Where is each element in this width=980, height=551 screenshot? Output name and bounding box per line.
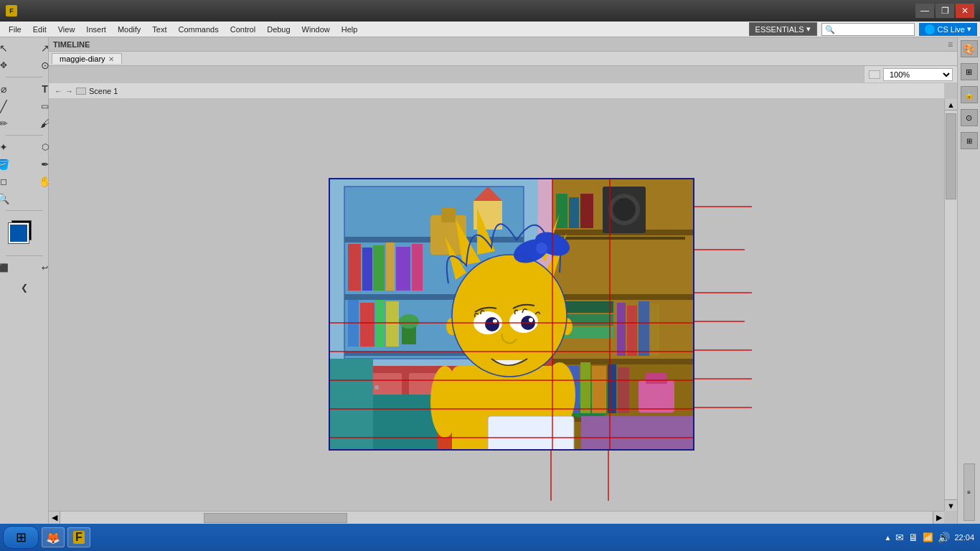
- essentials-dropdown[interactable]: ESSENTIALS ▾: [749, 22, 818, 36]
- svg-point-93: [529, 318, 533, 322]
- hscroll-left-btn[interactable]: ◀: [49, 512, 60, 524]
- svg-point-75: [430, 366, 459, 438]
- cs-live-button[interactable]: CS Live ▾: [919, 23, 977, 36]
- svg-rect-78: [488, 416, 574, 451]
- vscroll-thumb[interactable]: [946, 113, 956, 199]
- svg-rect-52: [651, 304, 659, 356]
- svg-rect-58: [580, 362, 590, 413]
- menu-edit[interactable]: Edit: [27, 24, 52, 35]
- breadcrumb-back[interactable]: ←: [55, 87, 62, 95]
- tray-arrow-icon[interactable]: ▲: [885, 534, 892, 542]
- selection-tool[interactable]: ↖: [0, 40, 24, 56]
- volume-icon[interactable]: 🔊: [938, 532, 950, 543]
- svg-rect-62: [581, 416, 694, 451]
- mail-icon[interactable]: ✉: [895, 532, 904, 543]
- svg-rect-17: [360, 303, 374, 347]
- svg-rect-19: [386, 301, 399, 347]
- artwork-container[interactable]: [329, 178, 709, 458]
- close-button[interactable]: ✕: [956, 4, 974, 18]
- svg-rect-61: [618, 367, 629, 413]
- hscroll-right-btn[interactable]: ▶: [933, 512, 944, 524]
- fill-color-box[interactable]: [9, 223, 29, 243]
- timeline-header: TIMELINE ≡: [49, 37, 957, 52]
- menu-control[interactable]: Control: [225, 24, 261, 35]
- app-logo: F: [6, 5, 17, 17]
- menu-view[interactable]: View: [52, 24, 81, 35]
- title-bar-controls: — ❐ ✕: [915, 4, 974, 18]
- timeline-label: TIMELINE: [53, 40, 90, 49]
- eraser-tool[interactable]: ◻: [0, 174, 24, 189]
- right-panel: 🎨 ⊞ 🔒 ⊙ ⊞ ≡: [957, 37, 980, 524]
- right-tool-3[interactable]: 🔒: [961, 86, 978, 103]
- minimize-button[interactable]: —: [915, 4, 934, 18]
- svg-point-90: [485, 317, 499, 331]
- expand-arrow[interactable]: ❮: [4, 280, 44, 296]
- paint-bucket-tool[interactable]: 🪣: [0, 156, 24, 172]
- artwork-canvas: [329, 178, 694, 451]
- vscroll-down-btn[interactable]: ▼: [945, 499, 957, 511]
- line-tool[interactable]: ╱: [0, 98, 24, 114]
- svg-point-42: [613, 198, 636, 221]
- lasso-tool[interactable]: ⌀: [0, 81, 24, 97]
- svg-rect-8: [373, 245, 385, 291]
- zoom-select[interactable]: 100% 25% 50% 75% 150% 200% 400% Fit in W…: [883, 68, 953, 81]
- svg-rect-11: [412, 244, 423, 291]
- right-tool-4[interactable]: ⊙: [961, 109, 978, 126]
- menu-modify[interactable]: Modify: [112, 24, 146, 35]
- menu-insert[interactable]: Insert: [80, 24, 112, 35]
- cs-live-label: CS Live: [937, 25, 965, 34]
- stage-area: 100% 25% 50% 75% 150% 200% 400% Fit in W…: [49, 66, 957, 524]
- tool-divider-3: [6, 210, 43, 211]
- menu-text[interactable]: Text: [146, 24, 172, 35]
- svg-rect-44: [646, 373, 667, 384]
- right-scrollbar[interactable]: ≡: [963, 463, 975, 521]
- svg-rect-13: [441, 208, 456, 222]
- scroll-wrapper[interactable]: ▲ ▼ ◀ ▶: [49, 99, 957, 524]
- zoom-tool[interactable]: 🔍: [0, 191, 24, 207]
- deco-tool[interactable]: ✦: [0, 139, 24, 155]
- svg-rect-39: [580, 194, 593, 228]
- scene-small-icon: [76, 88, 86, 95]
- taskbar-flash[interactable]: F: [67, 527, 90, 547]
- pencil-tool[interactable]: ✏: [0, 116, 24, 131]
- tab-close-icon[interactable]: ✕: [108, 55, 114, 63]
- monitor-icon[interactable]: 🖥: [908, 532, 918, 543]
- svg-rect-37: [556, 194, 567, 228]
- menu-file[interactable]: File: [3, 24, 27, 35]
- menu-window[interactable]: Window: [296, 24, 336, 35]
- maximize-button[interactable]: ❐: [936, 4, 954, 18]
- vscroll-up-btn[interactable]: ▲: [945, 99, 957, 110]
- network-icon[interactable]: 📶: [923, 532, 933, 542]
- menu-debug[interactable]: Debug: [261, 24, 296, 35]
- scene-icon: [869, 70, 880, 79]
- title-bar: F — ❐ ✕: [0, 0, 980, 22]
- taskbar-right: ▲ ✉ 🖥 📶 🔊 22:04: [885, 532, 977, 543]
- free-transform-tool[interactable]: ✥: [0, 57, 24, 73]
- chevron-down-icon: ▾: [806, 24, 811, 34]
- menu-commands[interactable]: Commands: [172, 24, 224, 35]
- menu-help[interactable]: Help: [336, 24, 364, 35]
- clock: 22:04: [954, 533, 974, 542]
- horizontal-scrollbar[interactable]: ◀ ▶: [49, 511, 944, 524]
- snap-tool[interactable]: ⬛: [0, 260, 24, 276]
- svg-rect-59: [592, 366, 606, 413]
- left-toolbar: ↖ ↗ ✥ ⊙ ⌀ T ╱ ▭ ✏ 🖌 ✦ ⬡ 🪣 ✒ ◻: [0, 37, 49, 524]
- vertical-scrollbar[interactable]: ▲ ▼: [944, 99, 957, 511]
- search-input[interactable]: [821, 23, 915, 36]
- right-tool-1[interactable]: 🎨: [961, 40, 978, 57]
- hscroll-thumb[interactable]: [204, 513, 347, 523]
- svg-rect-60: [608, 364, 616, 413]
- content-area: TIMELINE ≡ maggie-diary ✕ 100% 25% 50% 7…: [49, 37, 957, 524]
- svg-point-27: [374, 385, 379, 390]
- svg-rect-49: [617, 303, 626, 356]
- timeline-tab-maggie[interactable]: maggie-diary ✕: [52, 53, 122, 64]
- right-tool-5[interactable]: ⊞: [961, 132, 978, 149]
- breadcrumb-forward[interactable]: →: [65, 87, 73, 95]
- right-tool-2[interactable]: ⊞: [961, 63, 978, 80]
- cs-live-chevron-icon: ▾: [967, 24, 971, 34]
- svg-rect-43: [639, 380, 674, 413]
- canvas-stage: [49, 99, 944, 511]
- taskbar-firefox[interactable]: 🦊: [42, 527, 65, 547]
- start-button[interactable]: ⊞: [3, 526, 39, 549]
- timeline-collapse-icon[interactable]: ≡: [948, 39, 953, 50]
